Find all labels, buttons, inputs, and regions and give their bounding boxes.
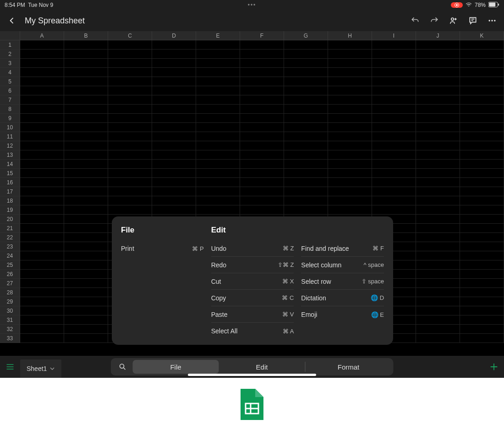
shortcut-item[interactable]: Paste⌘ V [211, 306, 294, 323]
row-header[interactable]: 12 [0, 141, 20, 150]
cell[interactable] [108, 59, 152, 68]
select-all-cell[interactable] [0, 31, 20, 40]
cell[interactable] [460, 141, 504, 150]
cell[interactable] [108, 95, 152, 105]
cell[interactable] [196, 40, 240, 50]
cell[interactable] [152, 132, 196, 141]
cell[interactable] [20, 178, 64, 187]
shortcut-item[interactable]: Select row⇧ space [301, 273, 384, 290]
add-sheet-button[interactable] [484, 356, 504, 378]
cell[interactable] [152, 68, 196, 77]
cell[interactable] [416, 59, 460, 68]
cell[interactable] [196, 95, 240, 105]
cell[interactable] [64, 150, 108, 160]
cell[interactable] [416, 169, 460, 178]
cell[interactable] [416, 306, 460, 315]
back-button[interactable] [5, 14, 18, 27]
cell[interactable] [372, 196, 416, 205]
cell[interactable] [196, 169, 240, 178]
cell[interactable] [460, 334, 504, 343]
cell[interactable] [372, 141, 416, 150]
cell[interactable] [372, 205, 416, 215]
cell[interactable] [20, 270, 64, 279]
cell[interactable] [416, 196, 460, 205]
cell[interactable] [460, 169, 504, 178]
cell[interactable] [284, 68, 328, 77]
cell[interactable] [416, 50, 460, 59]
cell[interactable] [284, 40, 328, 50]
cell[interactable] [196, 50, 240, 59]
cell[interactable] [416, 86, 460, 95]
cell[interactable] [460, 279, 504, 288]
row-header[interactable]: 23 [0, 242, 20, 251]
cell[interactable] [328, 68, 372, 77]
cell[interactable] [20, 77, 64, 86]
cell[interactable] [284, 50, 328, 59]
cell[interactable] [460, 270, 504, 279]
cell[interactable] [328, 40, 372, 50]
cell[interactable] [108, 86, 152, 95]
cell[interactable] [460, 187, 504, 196]
share-button[interactable] [447, 14, 460, 27]
row-header[interactable]: 18 [0, 196, 20, 205]
column-header[interactable]: F [240, 31, 284, 40]
all-sheets-button[interactable] [0, 356, 20, 378]
cell[interactable] [416, 297, 460, 306]
shortcut-item[interactable]: Select column^ space [301, 257, 384, 273]
cell[interactable] [460, 50, 504, 59]
cell[interactable] [416, 68, 460, 77]
cell[interactable] [460, 242, 504, 251]
cell[interactable] [108, 105, 152, 114]
cell[interactable] [328, 86, 372, 95]
cell[interactable] [328, 95, 372, 105]
cell[interactable] [196, 123, 240, 132]
cell[interactable] [416, 325, 460, 334]
cell[interactable] [196, 196, 240, 205]
row-header[interactable]: 8 [0, 105, 20, 114]
cell[interactable] [284, 141, 328, 150]
cell[interactable] [328, 105, 372, 114]
cell[interactable] [20, 215, 64, 224]
cell[interactable] [416, 95, 460, 105]
cell[interactable] [64, 95, 108, 105]
cell[interactable] [20, 187, 64, 196]
cell[interactable] [460, 306, 504, 315]
cell[interactable] [64, 242, 108, 251]
cell[interactable] [372, 77, 416, 86]
cell[interactable] [460, 160, 504, 169]
cell[interactable] [460, 77, 504, 86]
shortcut-item[interactable]: Redo⇧⌘ Z [211, 257, 294, 273]
cell[interactable] [240, 150, 284, 160]
cell[interactable] [328, 50, 372, 59]
cell[interactable] [372, 86, 416, 95]
cell[interactable] [20, 306, 64, 315]
cell[interactable] [20, 279, 64, 288]
cell[interactable] [284, 205, 328, 215]
cell[interactable] [152, 77, 196, 86]
cell[interactable] [416, 224, 460, 233]
cell[interactable] [240, 105, 284, 114]
row-header[interactable]: 2 [0, 50, 20, 59]
row-header[interactable]: 5 [0, 77, 20, 86]
cell[interactable] [240, 114, 284, 123]
shortcut-item[interactable]: Copy⌘ C [211, 290, 294, 306]
cell[interactable] [372, 187, 416, 196]
cell[interactable] [328, 160, 372, 169]
cell[interactable] [108, 132, 152, 141]
cell[interactable] [108, 169, 152, 178]
cell[interactable] [460, 315, 504, 325]
column-header[interactable]: J [416, 31, 460, 40]
cell[interactable] [460, 40, 504, 50]
cell[interactable] [372, 59, 416, 68]
cell[interactable] [64, 270, 108, 279]
cell[interactable] [64, 306, 108, 315]
cell[interactable] [460, 215, 504, 224]
cell[interactable] [20, 150, 64, 160]
cell[interactable] [64, 105, 108, 114]
cell[interactable] [20, 251, 64, 260]
cell[interactable] [152, 114, 196, 123]
cell[interactable] [152, 86, 196, 95]
sheet-tab[interactable]: Sheet1 [20, 359, 61, 378]
cell[interactable] [108, 178, 152, 187]
cell[interactable] [64, 224, 108, 233]
